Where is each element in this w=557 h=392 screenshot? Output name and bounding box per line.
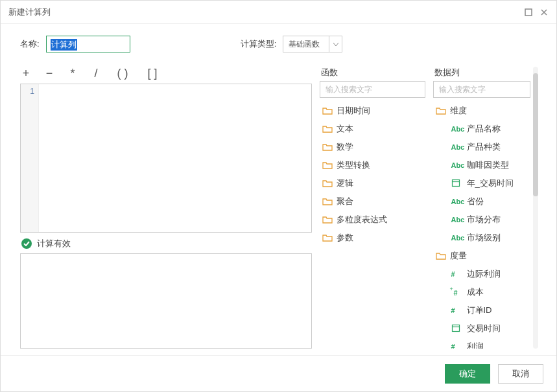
form-row: 名称: 计算列 计算类型: 基础函数	[20, 36, 538, 52]
dialog-title: 新建计算列	[8, 6, 51, 18]
datacolumns-tree: 维度Abc产品名称Abc产品种类Abc咖啡因类型年_交易时间Abc省份Abc市场…	[433, 102, 531, 349]
column-item-label: 订单ID	[467, 305, 492, 316]
date-type-icon	[451, 178, 463, 189]
function-category-label: 聚合	[337, 196, 353, 207]
op-plus[interactable]: +	[21, 67, 31, 80]
maximize-icon[interactable]	[524, 8, 533, 17]
folder-icon	[322, 106, 333, 115]
text-type-icon: Abc	[451, 161, 463, 169]
folder-icon	[322, 161, 333, 170]
date-type-icon	[451, 323, 463, 334]
folder-icon	[322, 124, 333, 133]
folder-icon	[436, 106, 446, 115]
functions-search-input[interactable]	[320, 81, 425, 98]
op-bracket[interactable]: [ ]	[144, 67, 161, 80]
type-label: 计算类型:	[241, 38, 277, 50]
datacolumns-header: 数据列	[433, 67, 531, 78]
functions-column: 函数 日期时间文本数学类型转换逻辑聚合多粒度表达式参数	[320, 67, 425, 349]
chevron-down-icon[interactable]	[329, 36, 342, 52]
text-type-icon: Abc	[451, 143, 463, 151]
function-category-label: 类型转换	[337, 159, 370, 171]
function-category[interactable]: 聚合	[320, 192, 425, 211]
operator-bar: + − * / ( ) [ ]	[20, 67, 312, 80]
folder-icon	[322, 215, 333, 224]
name-input[interactable]: 计算列	[46, 36, 130, 52]
column-item[interactable]: +#成本	[433, 283, 531, 301]
name-input-selection: 计算列	[51, 39, 77, 51]
function-category-label: 逻辑	[337, 178, 353, 189]
folder-icon	[322, 143, 333, 152]
formula-editor[interactable]: 1	[20, 84, 312, 233]
column-group[interactable]: 维度	[433, 102, 531, 120]
op-multiply[interactable]: *	[67, 67, 78, 80]
svg-rect-1	[452, 180, 459, 187]
calc-number-type-icon: +#	[451, 288, 463, 297]
function-category[interactable]: 日期时间	[320, 102, 425, 120]
main-split: + − * / ( ) [ ] 1 计算有效	[20, 67, 538, 349]
column-item[interactable]: Abc产品名称	[433, 120, 531, 138]
op-minus[interactable]: −	[44, 67, 54, 80]
column-item-label: 交易时间	[467, 323, 501, 334]
cancel-button[interactable]: 取消	[498, 364, 543, 384]
ok-button[interactable]: 确定	[445, 364, 490, 384]
column-item-label: 咖啡因类型	[467, 159, 509, 171]
name-label: 名称:	[20, 38, 40, 50]
column-item-label: 市场分布	[467, 214, 501, 225]
function-category[interactable]: 类型转换	[320, 156, 425, 174]
function-category-label: 参数	[337, 232, 353, 244]
scrollbar-track[interactable]	[533, 67, 538, 349]
left-column: + − * / ( ) [ ] 1 计算有效	[20, 67, 312, 349]
column-item-label: 产品种类	[467, 141, 501, 153]
function-category[interactable]: 多粒度表达式	[320, 211, 425, 229]
number-type-icon: #	[451, 343, 463, 349]
folder-icon	[322, 179, 333, 188]
svg-rect-0	[525, 9, 532, 16]
column-group[interactable]: 度量	[433, 247, 531, 265]
column-item[interactable]: Abc产品种类	[433, 138, 531, 156]
status-row: 计算有效	[21, 238, 312, 249]
functions-tree: 日期时间文本数学类型转换逻辑聚合多粒度表达式参数	[320, 102, 425, 349]
op-paren[interactable]: ( )	[114, 67, 131, 80]
column-item[interactable]: #订单ID	[433, 301, 531, 319]
text-type-icon: Abc	[451, 198, 463, 205]
function-category-label: 文本	[337, 123, 353, 135]
function-category[interactable]: 数学	[320, 138, 425, 156]
datacolumns-search-input[interactable]	[433, 81, 531, 98]
column-item[interactable]: Abc省份	[433, 192, 531, 211]
column-item[interactable]: 交易时间	[433, 319, 531, 338]
line-number: 1	[21, 87, 34, 96]
column-group-label: 维度	[450, 105, 467, 117]
column-item-label: 边际利润	[467, 268, 501, 280]
function-category[interactable]: 逻辑	[320, 174, 425, 192]
function-category-label: 多粒度表达式	[337, 214, 387, 225]
text-type-icon: Abc	[451, 216, 463, 224]
functions-header: 函数	[320, 67, 425, 78]
type-select-value: 基础函数	[283, 36, 329, 52]
function-category[interactable]: 文本	[320, 120, 425, 138]
editor-body[interactable]	[39, 84, 311, 232]
column-item[interactable]: Abc市场分布	[433, 211, 531, 229]
svg-rect-3	[452, 325, 459, 332]
column-item[interactable]: Abc市场级别	[433, 229, 531, 247]
type-select[interactable]: 基础函数	[283, 36, 342, 52]
text-type-icon: Abc	[451, 125, 463, 133]
column-item-label: 成本	[467, 286, 484, 298]
scrollbar-thumb[interactable]	[533, 73, 538, 196]
column-item[interactable]: #利润	[433, 338, 531, 349]
column-item[interactable]: #边际利润	[433, 265, 531, 283]
column-item[interactable]: Abc咖啡因类型	[433, 156, 531, 174]
status-text: 计算有效	[37, 238, 71, 249]
titlebar: 新建计算列	[1, 1, 556, 24]
column-item-label: 年_交易时间	[467, 178, 514, 189]
text-type-icon: Abc	[451, 234, 463, 242]
number-type-icon: #	[451, 270, 463, 278]
check-circle-icon	[21, 238, 32, 249]
preview-box	[20, 253, 312, 349]
op-divide[interactable]: /	[91, 67, 101, 80]
column-item[interactable]: 年_交易时间	[433, 174, 531, 192]
dialog-content: 名称: 计算列 计算类型: 基础函数 + − * / ( ) [ ]	[1, 24, 556, 355]
function-category[interactable]: 参数	[320, 229, 425, 247]
datacolumns-column: 数据列 维度Abc产品名称Abc产品种类Abc咖啡因类型年_交易时间Abc省份A…	[433, 67, 531, 349]
close-icon[interactable]	[539, 8, 549, 17]
dialog: 新建计算列 名称: 计算列 计算类型: 基础函数	[0, 0, 557, 392]
